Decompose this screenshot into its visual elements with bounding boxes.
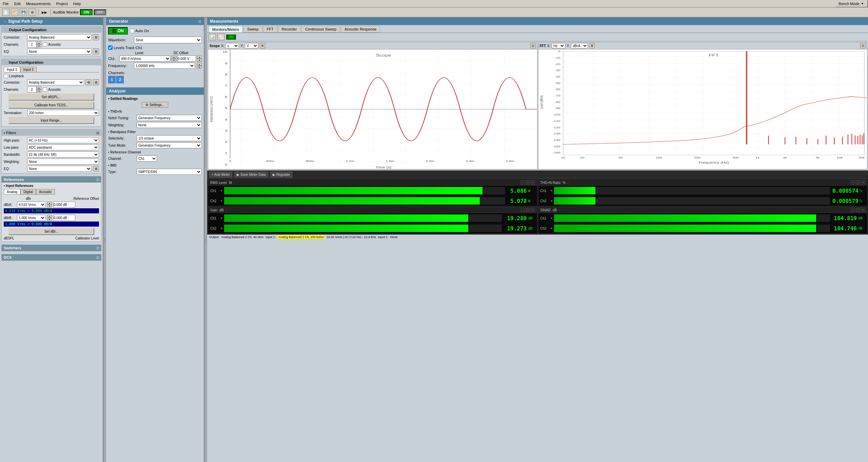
regulate-btn[interactable]: ▶ Regulate xyxy=(270,172,292,177)
input-acoustic-label[interactable]: Acoustic xyxy=(43,87,61,92)
digital-ref-tab[interactable]: Digital xyxy=(20,189,36,195)
input-channels-up[interactable]: ▲ xyxy=(37,86,41,89)
dbra-down[interactable]: ▼ xyxy=(47,205,52,208)
sinad-minimize[interactable]: − xyxy=(851,208,854,212)
save-meter-data-btn[interactable]: ▶ Save Meter Data xyxy=(234,172,268,177)
auto-on-checkbox[interactable] xyxy=(130,29,134,33)
output-acoustic-checkbox[interactable] xyxy=(43,42,47,47)
input-connector-settings2[interactable]: ⚙ xyxy=(93,79,99,85)
gen-ch1-dc-input[interactable] xyxy=(177,56,196,62)
scope-expand-btn[interactable]: ⊡ xyxy=(530,43,536,48)
new-button[interactable]: 📄 xyxy=(2,8,9,16)
filter-eq-settings[interactable]: ⚙ xyxy=(93,166,99,172)
input-channels-input[interactable] xyxy=(27,86,37,92)
output-channels-input[interactable] xyxy=(27,41,37,47)
gen-freq-down[interactable]: ▼ xyxy=(197,66,202,69)
weighting-select[interactable]: None xyxy=(27,159,99,165)
dcx-expand[interactable]: ⊡ xyxy=(96,256,99,259)
rms-level-minimize[interactable]: − xyxy=(521,181,525,185)
levels-track-checkbox[interactable] xyxy=(108,45,113,50)
output-eq-select[interactable]: None xyxy=(27,48,92,55)
gen-freq-select[interactable]: 1.00000 kHz xyxy=(134,63,195,69)
bench-mode-button[interactable]: Bench Mode ▼ xyxy=(834,0,868,7)
dbrb-offset-input[interactable] xyxy=(53,215,75,221)
save-button[interactable]: 💾 xyxy=(20,8,27,16)
right-separator[interactable]: ⋮ xyxy=(204,18,207,462)
tab-acoustic-response[interactable]: Acoustic Response xyxy=(341,26,380,33)
input-connector-settings1[interactable]: ⚙ xyxy=(85,79,92,85)
calibrate-button[interactable]: Calibrate from TEDS... xyxy=(8,102,94,109)
fft-settings-btn[interactable]: ⚙ xyxy=(589,43,595,48)
fft-expand-btn[interactable]: ⊡ xyxy=(860,43,866,48)
output-acoustic-label[interactable]: Acoustic xyxy=(43,42,61,47)
thdn-weighting-select[interactable]: None xyxy=(137,122,202,128)
set-dbspl-button[interactable]: Set dBSPL... xyxy=(8,93,94,101)
settings-button-analyzer[interactable]: ⚙ Settings... xyxy=(142,102,168,108)
output-eq-settings[interactable]: ⚙ xyxy=(93,48,99,55)
left-separator[interactable]: ⋮ xyxy=(103,18,106,462)
tab-recorder[interactable]: Recorder xyxy=(278,26,301,33)
tab-fft[interactable]: FFT xyxy=(263,26,277,33)
loopback-checkbox[interactable] xyxy=(4,74,8,78)
gen-waveform-select[interactable]: Sine xyxy=(134,37,202,43)
dbra-offset-input[interactable] xyxy=(53,202,75,208)
output-connector-settings[interactable]: ⚙ xyxy=(93,34,99,40)
gen-ch1-btn[interactable]: 1 xyxy=(108,76,116,83)
scope-x-unit[interactable]: s xyxy=(225,43,239,48)
menu-help[interactable]: Help xyxy=(71,1,84,6)
gen-freq-up[interactable]: ▲ xyxy=(197,63,202,66)
auto-on-label[interactable]: Auto On xyxy=(130,29,149,33)
termination-select[interactable]: 200 kohm xyxy=(27,110,99,116)
input1-tab[interactable]: Input 1 xyxy=(4,67,20,72)
notch-tuning-select[interactable]: Generator Frequency xyxy=(137,115,202,121)
output-channels-up[interactable]: ▲ xyxy=(37,41,41,44)
tab-sweep[interactable]: Sweep xyxy=(243,26,262,33)
input-channels-down[interactable]: ▼ xyxy=(37,89,41,92)
input-range-button[interactable]: Input Range... xyxy=(8,117,94,124)
gen-on-button[interactable]: ON xyxy=(108,27,128,35)
toolbar-icon-btn1[interactable]: 📊 xyxy=(209,34,216,40)
output-channels-down[interactable]: ▼ xyxy=(37,44,41,47)
references-expand[interactable]: ⊡ xyxy=(96,178,99,182)
fft-y-unit[interactable]: dBrA xyxy=(571,43,588,48)
input-connector-select[interactable]: Analog Balanced xyxy=(27,79,84,85)
input-acoustic-checkbox[interactable] xyxy=(43,87,47,92)
filters-expand[interactable]: ⊡ xyxy=(96,131,99,135)
menu-measurements[interactable]: Measurements xyxy=(23,1,54,6)
menu-project[interactable]: Project xyxy=(53,1,70,6)
selectivity-select[interactable]: 1/3 octave xyxy=(137,135,202,141)
gen-ch2-btn[interactable]: 2 xyxy=(116,76,124,83)
menu-edit[interactable]: Edit xyxy=(12,1,23,6)
gen-ch1-level-select[interactable]: 490.0 mVrms xyxy=(119,56,171,62)
dbra-select[interactable]: 4.510 Vrms xyxy=(17,202,46,208)
gain-minimize[interactable]: − xyxy=(521,208,525,212)
gain-close[interactable]: × xyxy=(531,208,535,212)
thdn-maximize[interactable]: □ xyxy=(856,181,860,185)
set-dbr-button[interactable]: Set dBr... xyxy=(8,228,94,235)
generator-expand[interactable]: ⊡ xyxy=(198,20,201,23)
scope-settings-btn[interactable]: ⚙ xyxy=(260,43,265,48)
tab-monitors-meters[interactable]: Monitors/Meters xyxy=(209,26,243,33)
rms-level-close[interactable]: × xyxy=(531,181,535,185)
loopback-label[interactable]: Loopback xyxy=(4,74,99,78)
gen-ch1-level-up[interactable]: ▲ xyxy=(172,56,176,59)
tune-mode-select[interactable]: Generator Frequency xyxy=(137,142,202,148)
sinad-maximize[interactable]: □ xyxy=(856,208,860,212)
acoustic-ref-tab[interactable]: Acoustic xyxy=(36,189,55,195)
channel-select[interactable]: Ch1 xyxy=(137,155,157,162)
monitors-on-button[interactable]: ON xyxy=(226,35,236,40)
dbrb-down[interactable]: ▼ xyxy=(47,218,52,221)
levels-track-label[interactable]: Levels Track Ch1 xyxy=(108,45,202,50)
analog-ref-tab[interactable]: Analog xyxy=(4,189,20,195)
scope-y-unit[interactable]: V xyxy=(245,43,258,48)
gen-ch1-dc-up[interactable]: ▲ xyxy=(197,56,202,59)
add-meter-btn[interactable]: + Add Meter xyxy=(209,172,232,177)
gain-maximize[interactable]: □ xyxy=(526,208,530,212)
toolbar-icon-btn2[interactable]: 📈 xyxy=(217,34,225,40)
tab-continuous-sweep[interactable]: Continuous Sweep xyxy=(301,26,340,33)
fft-x-unit[interactable]: Hz xyxy=(552,43,565,48)
thdn-close[interactable]: × xyxy=(861,181,865,185)
audible-monitor-off-button[interactable]: OFF xyxy=(94,9,106,15)
filter-eq-select[interactable]: None xyxy=(27,166,92,172)
lowpass-select[interactable]: ADC passband xyxy=(27,144,99,150)
